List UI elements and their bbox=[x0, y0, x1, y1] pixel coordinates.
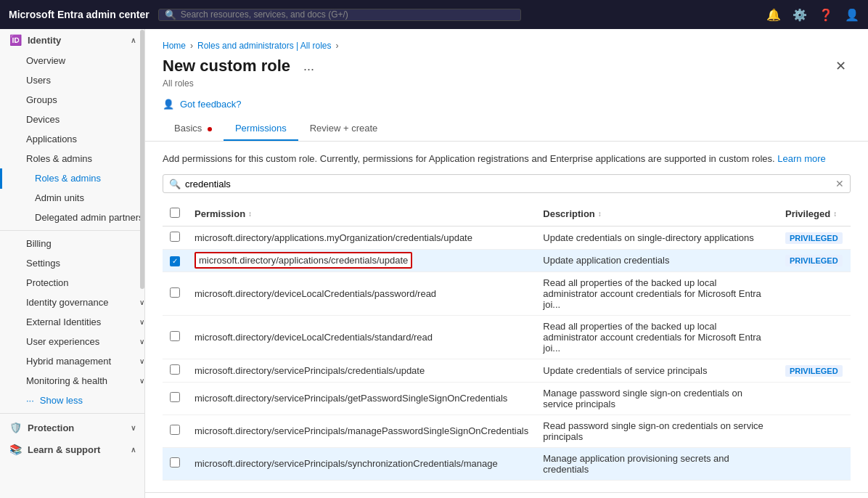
privileged-badge: PRIVILEGED bbox=[785, 232, 843, 244]
row-checkbox[interactable] bbox=[170, 331, 180, 341]
table-row: microsoft.directory/servicePrincipals/cr… bbox=[163, 359, 851, 382]
sidebar-item-roles-admins[interactable]: Roles & admins bbox=[0, 168, 144, 188]
content-header: Home › Roles and administrators | All ro… bbox=[145, 29, 868, 142]
feedback-bar[interactable]: 👤 Got feedback? bbox=[163, 94, 851, 114]
search-clear-icon[interactable]: ✕ bbox=[835, 178, 844, 189]
table-header-row: Permission ↕ Description ↕ bbox=[163, 202, 851, 226]
sidebar-item-overview[interactable]: Overview bbox=[0, 51, 144, 70]
row-checkbox[interactable] bbox=[170, 232, 180, 242]
tab-basics[interactable]: Basics bbox=[163, 117, 224, 141]
table-row: microsoft.directory/servicePrincipals/ma… bbox=[163, 415, 851, 447]
permission-sort[interactable]: Permission ↕ bbox=[195, 208, 528, 219]
sidebar-item-show-less[interactable]: ··· Show less bbox=[0, 391, 144, 410]
account-icon[interactable]: 👤 bbox=[845, 8, 859, 22]
page-subtitle: All roles bbox=[163, 78, 851, 89]
sidebar-divider2 bbox=[0, 413, 144, 414]
sidebar-item-hybrid-management[interactable]: Hybrid management ∨ bbox=[0, 351, 144, 371]
sidebar-item-learn-support[interactable]: 📚 Learn & support ∧ bbox=[0, 438, 144, 460]
row-checkbox[interactable] bbox=[170, 364, 180, 375]
row-checkbox[interactable] bbox=[170, 457, 180, 468]
description-cell: Read all properties of the backed up loc… bbox=[536, 315, 778, 359]
sidebar-item-devices[interactable]: Devices ∨ bbox=[0, 110, 144, 129]
description-cell: Manage password single sign-on credentia… bbox=[536, 382, 778, 415]
row-checkbox[interactable] bbox=[170, 392, 180, 402]
sidebar-item-identity[interactable]: 🆔 Identity ∧ bbox=[0, 29, 144, 51]
table-row: microsoft.directory/applications.myOrgan… bbox=[163, 226, 851, 250]
settings-icon[interactable]: ⚙️ bbox=[793, 8, 807, 22]
main-layout: 🆔 Identity ∧ Overview Users ∨ Groups ∨ D… bbox=[0, 29, 868, 498]
table-row: microsoft.directory/servicePrincipals/sy… bbox=[163, 447, 851, 480]
privileged-cell bbox=[778, 415, 851, 447]
sidebar-item-roles-admins-parent[interactable]: Roles & admins ∧ bbox=[0, 149, 144, 168]
sidebar-item-external-identities[interactable]: External Identities ∨ bbox=[0, 312, 144, 332]
search-bar[interactable]: 🔍 ✕ bbox=[163, 174, 851, 193]
sidebar-item-applications[interactable]: Applications ∨ bbox=[0, 129, 144, 149]
close-button[interactable]: ✕ bbox=[831, 57, 851, 75]
permission-cell: microsoft.directory/deviceLocalCredentia… bbox=[187, 315, 536, 359]
sidebar-item-billing[interactable]: Billing ∨ bbox=[0, 234, 144, 253]
protection-icon: 🛡️ bbox=[9, 422, 22, 433]
content-area: Home › Roles and administrators | All ro… bbox=[145, 29, 868, 498]
permission-cell: microsoft.directory/servicePrincipals/ge… bbox=[187, 382, 536, 415]
tab-permissions[interactable]: Permissions bbox=[224, 117, 298, 141]
search-input[interactable] bbox=[181, 9, 515, 20]
select-all-checkbox[interactable] bbox=[170, 208, 180, 218]
permission-cell: microsoft.directory/applications/credent… bbox=[187, 250, 536, 272]
sidebar-item-users[interactable]: Users ∨ bbox=[0, 70, 144, 90]
sidebar-item-admin-units[interactable]: Admin units bbox=[0, 188, 144, 208]
permission-sort-icon: ↕ bbox=[248, 210, 252, 218]
sidebar-item-delegated-admin[interactable]: Delegated admin partners bbox=[0, 208, 144, 227]
notification-icon[interactable]: 🔔 bbox=[766, 8, 781, 22]
permissions-table: Permission ↕ Description ↕ bbox=[163, 202, 851, 481]
tabs: Basics Permissions Review + create bbox=[163, 117, 851, 141]
topbar: Microsoft Entra admin center 🔍 🔔 ⚙️ ❓ 👤 bbox=[0, 0, 868, 29]
breadcrumb: Home › Roles and administrators | All ro… bbox=[163, 41, 851, 51]
row-checkbox[interactable] bbox=[170, 425, 180, 435]
row-checkbox[interactable] bbox=[170, 287, 180, 298]
page-title-row: New custom role ... ✕ bbox=[163, 57, 851, 75]
sidebar-item-protection2[interactable]: 🛡️ Protection ∨ bbox=[0, 417, 144, 438]
sidebar-item-protection[interactable]: Protection ∨ bbox=[0, 273, 144, 293]
sidebar-item-user-experiences[interactable]: User experiences ∨ bbox=[0, 332, 144, 351]
more-options-button[interactable]: ... bbox=[299, 57, 319, 75]
breadcrumb-sep2: › bbox=[336, 41, 339, 51]
help-icon[interactable]: ❓ bbox=[819, 8, 833, 22]
table-row: microsoft.directory/deviceLocalCredentia… bbox=[163, 272, 851, 315]
feedback-label: Got feedback? bbox=[180, 99, 242, 110]
description-sort[interactable]: Description ↕ bbox=[543, 208, 771, 219]
header-permission: Permission ↕ bbox=[187, 202, 536, 226]
breadcrumb-roles[interactable]: Roles and administrators | All roles bbox=[197, 41, 332, 51]
search-box[interactable]: 🔍 bbox=[158, 9, 521, 21]
content-footer: Previous Next bbox=[145, 492, 868, 499]
learn-more-link[interactable]: Learn more bbox=[777, 153, 825, 164]
permission-cell: microsoft.directory/servicePrincipals/ma… bbox=[187, 415, 536, 447]
breadcrumb-home[interactable]: Home bbox=[163, 41, 186, 51]
tab-review-create[interactable]: Review + create bbox=[298, 117, 390, 141]
permission-cell: microsoft.directory/servicePrincipals/cr… bbox=[187, 359, 536, 382]
chevron-up-icon: ∧ bbox=[131, 36, 136, 44]
topbar-icons: 🔔 ⚙️ ❓ 👤 bbox=[766, 8, 859, 22]
row-checkbox[interactable]: ✓ bbox=[170, 256, 180, 266]
sidebar-item-settings[interactable]: Settings ∨ bbox=[0, 253, 144, 273]
permission-cell: microsoft.directory/deviceLocalCredentia… bbox=[187, 272, 536, 315]
permissions-search-input[interactable] bbox=[185, 179, 831, 189]
description-sort-icon: ↕ bbox=[598, 210, 602, 218]
sidebar-item-groups[interactable]: Groups ∨ bbox=[0, 90, 144, 110]
breadcrumb-sep1: › bbox=[190, 41, 193, 51]
content-body: Add permissions for this custom role. Cu… bbox=[145, 142, 868, 492]
description-cell: Read password single sign-on credentials… bbox=[536, 415, 778, 447]
app-brand: Microsoft Entra admin center bbox=[9, 9, 150, 20]
sidebar-item-monitoring[interactable]: Monitoring & health ∨ bbox=[0, 371, 144, 391]
sidebar: 🆔 Identity ∧ Overview Users ∨ Groups ∨ D… bbox=[0, 29, 145, 498]
highlighted-permission[interactable]: microsoft.directory/applications/credent… bbox=[195, 252, 412, 269]
privileged-sort-icon: ↕ bbox=[833, 210, 837, 218]
permission-cell: microsoft.directory/servicePrincipals/sy… bbox=[187, 447, 536, 480]
sidebar-item-identity-governance[interactable]: Identity governance ∨ bbox=[0, 293, 144, 312]
basics-dot bbox=[208, 127, 212, 131]
privileged-sort[interactable]: Privileged ↕ bbox=[785, 208, 843, 219]
privileged-cell: PRIVILEGED bbox=[778, 250, 851, 272]
privileged-badge: PRIVILEGED bbox=[785, 365, 843, 377]
privileged-cell bbox=[778, 382, 851, 415]
privileged-cell: PRIVILEGED bbox=[778, 226, 851, 250]
privileged-cell bbox=[778, 272, 851, 315]
